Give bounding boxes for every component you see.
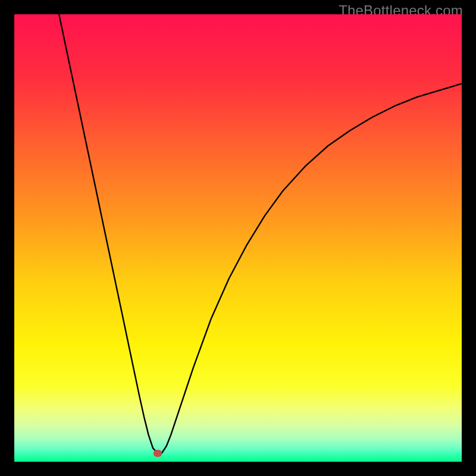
bottleneck-curve bbox=[14, 14, 462, 462]
optimum-marker bbox=[154, 450, 162, 457]
chart-frame: TheBottleneck.com bbox=[0, 0, 476, 476]
curve-path bbox=[59, 14, 462, 453]
plot-area bbox=[14, 14, 462, 462]
